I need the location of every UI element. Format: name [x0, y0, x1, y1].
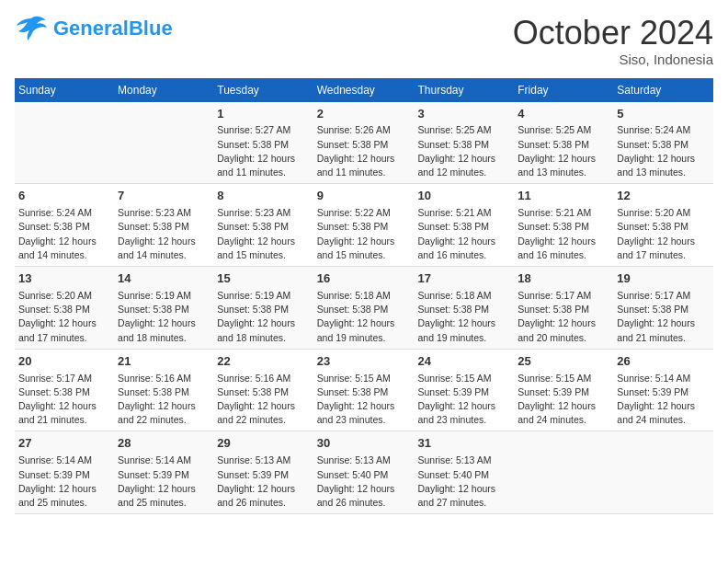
- cell-info-line: and 17 minutes.: [617, 248, 710, 262]
- cell-info-line: Sunset: 5:38 PM: [417, 220, 510, 234]
- header-day: Friday: [514, 78, 613, 102]
- day-number: 5: [617, 106, 710, 123]
- calendar-cell: 18Sunrise: 5:17 AMSunset: 5:38 PMDayligh…: [514, 267, 613, 350]
- cell-info-line: and 24 minutes.: [617, 413, 710, 427]
- cell-info-line: Sunset: 5:38 PM: [317, 385, 411, 399]
- cell-info-line: Sunrise: 5:26 AM: [317, 123, 411, 137]
- day-number: 30: [317, 435, 411, 453]
- cell-info-line: Sunrise: 5:17 AM: [18, 372, 110, 385]
- cell-info-line: Sunset: 5:39 PM: [417, 385, 510, 399]
- logo-text: GeneralBlue: [53, 18, 173, 39]
- day-number: 1: [217, 106, 309, 123]
- day-number: 11: [518, 188, 609, 205]
- cell-info-line: Daylight: 12 hours: [317, 399, 411, 413]
- cell-info-line: Sunrise: 5:25 AM: [518, 123, 609, 137]
- header-day: Wednesday: [313, 78, 415, 102]
- calendar-cell: 22Sunrise: 5:16 AMSunset: 5:38 PMDayligh…: [213, 349, 313, 431]
- cell-info-line: Sunset: 5:40 PM: [417, 468, 510, 482]
- calendar-cell: [613, 431, 713, 514]
- cell-info-line: Daylight: 12 hours: [518, 316, 609, 330]
- day-number: 15: [217, 270, 309, 288]
- day-number: 26: [617, 353, 710, 371]
- calendar-cell: 26Sunrise: 5:14 AMSunset: 5:39 PMDayligh…: [613, 349, 713, 431]
- cell-info-line: Daylight: 12 hours: [217, 316, 309, 330]
- cell-info-line: Daylight: 12 hours: [617, 235, 710, 248]
- cell-info-line: Daylight: 12 hours: [617, 399, 710, 413]
- cell-info-line: and 13 minutes.: [518, 166, 609, 179]
- cell-info-line: Sunrise: 5:20 AM: [617, 206, 710, 220]
- cell-info-line: Daylight: 12 hours: [417, 399, 510, 413]
- calendar-cell: 15Sunrise: 5:19 AMSunset: 5:38 PMDayligh…: [213, 267, 313, 350]
- cell-info-line: Daylight: 12 hours: [518, 152, 609, 166]
- cell-info-line: Sunset: 5:39 PM: [617, 385, 710, 399]
- cell-info-line: Daylight: 12 hours: [217, 399, 309, 413]
- calendar-cell: 2Sunrise: 5:26 AMSunset: 5:38 PMDaylight…: [313, 102, 415, 184]
- cell-info-line: and 25 minutes.: [118, 496, 210, 510]
- cell-info-line: Daylight: 12 hours: [18, 235, 110, 248]
- header-day: Thursday: [414, 78, 514, 102]
- day-number: 6: [18, 188, 110, 205]
- day-number: 24: [417, 353, 510, 371]
- calendar-cell: 5Sunrise: 5:24 AMSunset: 5:38 PMDaylight…: [613, 102, 713, 184]
- cell-info-line: and 25 minutes.: [18, 496, 110, 510]
- cell-info-line: Sunset: 5:38 PM: [118, 385, 210, 399]
- cell-info-line: Daylight: 12 hours: [18, 399, 110, 413]
- day-number: 12: [617, 188, 710, 205]
- calendar-week-row: 13Sunrise: 5:20 AMSunset: 5:38 PMDayligh…: [15, 267, 713, 350]
- logo-bird-icon: [15, 15, 48, 42]
- cell-info-line: Sunrise: 5:24 AM: [18, 206, 110, 220]
- cell-info-line: Sunrise: 5:16 AM: [118, 372, 210, 385]
- cell-info-line: Sunrise: 5:14 AM: [118, 454, 210, 467]
- calendar-cell: 28Sunrise: 5:14 AMSunset: 5:39 PMDayligh…: [114, 431, 213, 514]
- day-number: 13: [18, 270, 110, 288]
- day-number: 8: [217, 188, 309, 205]
- day-number: 29: [217, 435, 309, 453]
- cell-info-line: Daylight: 12 hours: [217, 482, 309, 496]
- cell-info-line: Daylight: 12 hours: [317, 152, 411, 166]
- calendar-cell: 1Sunrise: 5:27 AMSunset: 5:38 PMDaylight…: [213, 102, 313, 184]
- cell-info-line: Sunset: 5:39 PM: [18, 468, 110, 482]
- header-day: Tuesday: [213, 78, 313, 102]
- cell-info-line: Daylight: 12 hours: [617, 316, 710, 330]
- cell-info-line: Sunrise: 5:15 AM: [518, 372, 609, 385]
- cell-info-line: Daylight: 12 hours: [118, 235, 210, 248]
- cell-info-line: and 19 minutes.: [317, 331, 411, 345]
- cell-info-line: Daylight: 12 hours: [118, 482, 210, 496]
- calendar-cell: 29Sunrise: 5:13 AMSunset: 5:39 PMDayligh…: [213, 431, 313, 514]
- day-number: 27: [18, 435, 110, 453]
- day-number: 18: [518, 270, 609, 288]
- cell-info-line: Sunset: 5:38 PM: [518, 138, 609, 152]
- cell-info-line: and 24 minutes.: [518, 413, 609, 427]
- calendar-cell: [114, 102, 213, 184]
- cell-info-line: and 22 minutes.: [217, 413, 309, 427]
- day-number: 25: [518, 353, 609, 371]
- cell-info-line: Sunrise: 5:23 AM: [217, 206, 309, 220]
- calendar-cell: 19Sunrise: 5:17 AMSunset: 5:38 PMDayligh…: [613, 267, 713, 350]
- day-number: 22: [217, 353, 309, 371]
- cell-info-line: Daylight: 12 hours: [518, 235, 609, 248]
- cell-info-line: Sunset: 5:38 PM: [18, 220, 110, 234]
- cell-info-line: Daylight: 12 hours: [317, 482, 411, 496]
- calendar-week-row: 6Sunrise: 5:24 AMSunset: 5:38 PMDaylight…: [15, 184, 713, 267]
- cell-info-line: Daylight: 12 hours: [18, 316, 110, 330]
- day-number: 21: [118, 353, 210, 371]
- logo: GeneralBlue: [15, 15, 173, 42]
- cell-info-line: and 17 minutes.: [18, 331, 110, 345]
- day-number: 20: [18, 353, 110, 371]
- calendar-cell: 12Sunrise: 5:20 AMSunset: 5:38 PMDayligh…: [613, 184, 713, 267]
- day-number: 28: [118, 435, 210, 453]
- calendar-table: SundayMondayTuesdayWednesdayThursdayFrid…: [15, 78, 713, 515]
- cell-info-line: Sunrise: 5:15 AM: [317, 372, 411, 385]
- cell-info-line: Sunset: 5:38 PM: [317, 220, 411, 234]
- cell-info-line: Sunrise: 5:19 AM: [217, 289, 309, 303]
- cell-info-line: and 15 minutes.: [317, 248, 411, 262]
- cell-info-line: Sunset: 5:38 PM: [518, 220, 609, 234]
- calendar-cell: 30Sunrise: 5:13 AMSunset: 5:40 PMDayligh…: [313, 431, 415, 514]
- cell-info-line: Sunrise: 5:14 AM: [18, 454, 110, 467]
- calendar-cell: 9Sunrise: 5:22 AMSunset: 5:38 PMDaylight…: [313, 184, 415, 267]
- cell-info-line: Sunset: 5:38 PM: [617, 138, 710, 152]
- cell-info-line: Sunrise: 5:24 AM: [617, 123, 710, 137]
- cell-info-line: Sunset: 5:38 PM: [518, 303, 609, 316]
- cell-info-line: and 14 minutes.: [18, 248, 110, 262]
- cell-info-line: Sunrise: 5:17 AM: [518, 289, 609, 303]
